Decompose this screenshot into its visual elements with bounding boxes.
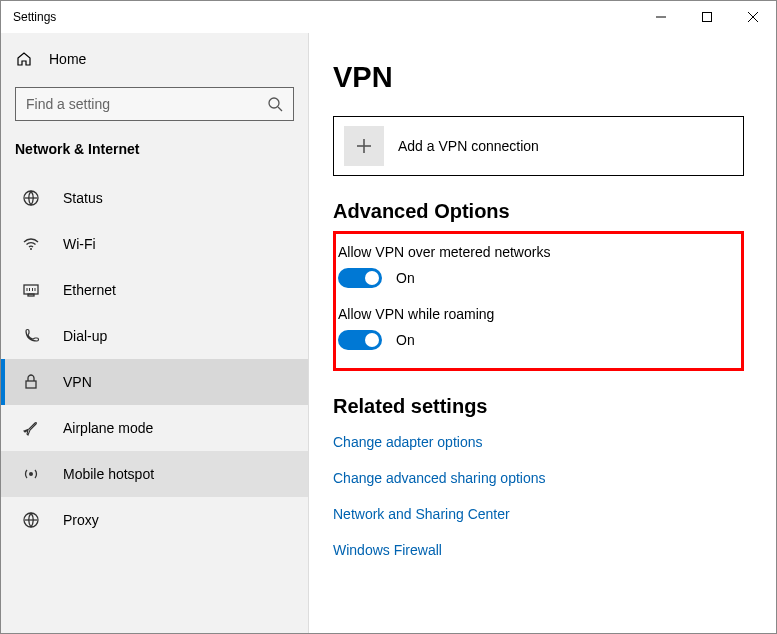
advanced-options-heading: Advanced Options bbox=[333, 200, 744, 223]
sidebar-item-status[interactable]: Status bbox=[1, 175, 308, 221]
sidebar: Home Network & Internet Status bbox=[1, 33, 309, 633]
airplane-icon bbox=[21, 419, 41, 437]
link-advanced-sharing[interactable]: Change advanced sharing options bbox=[333, 470, 744, 486]
window-title: Settings bbox=[13, 10, 56, 24]
link-windows-firewall[interactable]: Windows Firewall bbox=[333, 542, 744, 558]
highlight-box: Allow VPN over metered networks On Allow… bbox=[333, 231, 744, 371]
sidebar-item-label: Proxy bbox=[63, 512, 99, 528]
sidebar-item-label: Wi-Fi bbox=[63, 236, 96, 252]
search-input[interactable] bbox=[15, 87, 294, 121]
sidebar-item-label: Dial-up bbox=[63, 328, 107, 344]
related-settings-heading: Related settings bbox=[333, 395, 744, 418]
close-button[interactable] bbox=[730, 1, 776, 33]
sidebar-item-label: Airplane mode bbox=[63, 420, 153, 436]
sidebar-item-proxy[interactable]: Proxy bbox=[1, 497, 308, 543]
toggle-metered-state: On bbox=[396, 270, 415, 286]
toggle-roaming[interactable] bbox=[338, 330, 382, 350]
status-icon bbox=[21, 189, 41, 207]
svg-line-5 bbox=[278, 107, 282, 111]
opt-metered-label: Allow VPN over metered networks bbox=[338, 244, 727, 260]
home-button[interactable]: Home bbox=[1, 39, 308, 79]
search-field[interactable] bbox=[26, 96, 267, 112]
toggle-metered[interactable] bbox=[338, 268, 382, 288]
sidebar-item-hotspot[interactable]: Mobile hotspot bbox=[1, 451, 308, 497]
sidebar-item-label: Status bbox=[63, 190, 103, 206]
sidebar-item-dialup[interactable]: Dial-up bbox=[1, 313, 308, 359]
add-vpn-label: Add a VPN connection bbox=[398, 138, 539, 154]
search-icon bbox=[267, 96, 283, 112]
svg-point-4 bbox=[269, 98, 279, 108]
home-icon bbox=[15, 51, 33, 67]
related-links: Change adapter options Change advanced s… bbox=[333, 434, 744, 558]
sidebar-item-vpn[interactable]: VPN bbox=[1, 359, 308, 405]
svg-rect-10 bbox=[28, 294, 34, 296]
svg-rect-9 bbox=[24, 285, 38, 294]
maximize-button[interactable] bbox=[684, 1, 730, 33]
plus-icon bbox=[344, 126, 384, 166]
sidebar-list: Status Wi-Fi Ethernet bbox=[1, 175, 308, 543]
ethernet-icon bbox=[21, 281, 41, 299]
toggle-roaming-state: On bbox=[396, 332, 415, 348]
sidebar-item-label: VPN bbox=[63, 374, 92, 390]
window-controls bbox=[638, 1, 776, 33]
sidebar-item-ethernet[interactable]: Ethernet bbox=[1, 267, 308, 313]
link-adapter-options[interactable]: Change adapter options bbox=[333, 434, 744, 450]
svg-point-8 bbox=[30, 248, 32, 250]
proxy-icon bbox=[21, 511, 41, 529]
dialup-icon bbox=[21, 327, 41, 345]
home-label: Home bbox=[49, 51, 86, 67]
svg-rect-15 bbox=[26, 381, 36, 388]
minimize-button[interactable] bbox=[638, 1, 684, 33]
titlebar: Settings bbox=[1, 1, 776, 33]
page-title: VPN bbox=[333, 61, 744, 94]
opt-roaming-label: Allow VPN while roaming bbox=[338, 306, 727, 322]
sidebar-item-label: Ethernet bbox=[63, 282, 116, 298]
add-vpn-button[interactable]: Add a VPN connection bbox=[333, 116, 744, 176]
sidebar-item-wifi[interactable]: Wi-Fi bbox=[1, 221, 308, 267]
sidebar-item-airplane[interactable]: Airplane mode bbox=[1, 405, 308, 451]
hotspot-icon bbox=[21, 465, 41, 483]
link-network-sharing-center[interactable]: Network and Sharing Center bbox=[333, 506, 744, 522]
main-content: VPN Add a VPN connection Advanced Option… bbox=[309, 33, 776, 633]
sidebar-item-label: Mobile hotspot bbox=[63, 466, 154, 482]
vpn-icon bbox=[21, 373, 41, 391]
wifi-icon bbox=[21, 235, 41, 253]
svg-point-16 bbox=[29, 472, 33, 476]
svg-rect-1 bbox=[703, 13, 712, 22]
sidebar-section-label: Network & Internet bbox=[1, 135, 308, 175]
